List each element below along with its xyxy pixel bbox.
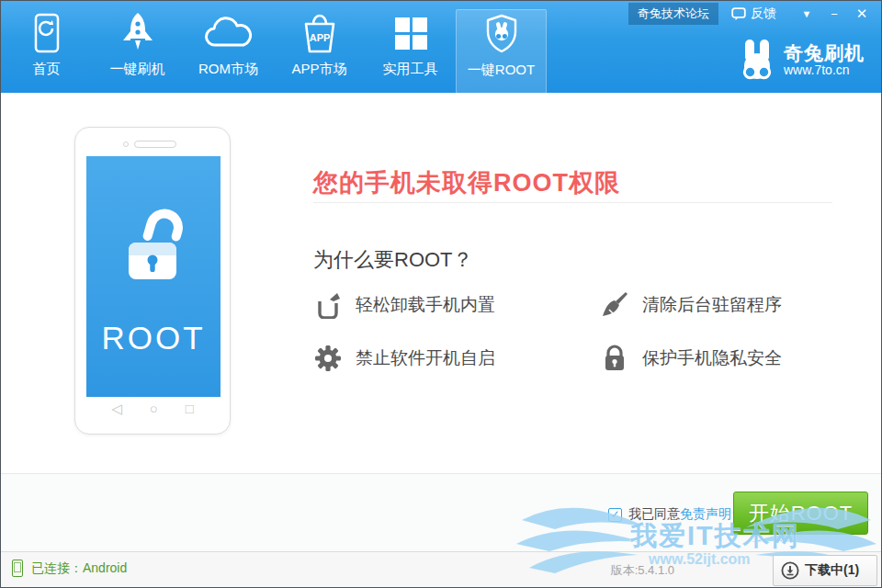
gear-icon — [313, 344, 343, 373]
forum-button[interactable]: 奇兔技术论坛 — [628, 3, 718, 25]
disclaimer-link[interactable]: 免责声明 — [680, 506, 731, 523]
uninstall-box-icon — [313, 290, 343, 320]
connection-text: 已连接：Android — [31, 560, 127, 577]
phone-camera-dot — [123, 141, 129, 147]
feature-clean: 清除后台驻留程序 — [600, 290, 837, 320]
unlocked-padlock-icon — [106, 202, 201, 303]
phone-screen-root-text: ROOT — [101, 320, 205, 356]
download-manager-button[interactable]: 下载中(1) — [773, 555, 877, 586]
nav-label: 一键刷机 — [110, 61, 165, 78]
header: 首页 一键刷机 — [1, 1, 881, 93]
why-root-heading: 为什么要ROOT？ — [313, 246, 473, 274]
feature-label: 保护手机隐私安全 — [642, 346, 782, 370]
phone-screen: ROOT — [86, 156, 220, 397]
nav-label: 实用工具 — [383, 61, 438, 78]
app-bag-text: APP — [309, 32, 330, 43]
cloud-icon — [203, 9, 254, 57]
connected-phone-icon — [12, 560, 23, 577]
app-window: 首页 一键刷机 — [0, 0, 882, 588]
download-label: 下载中(1) — [805, 562, 859, 579]
dropdown-caret-icon[interactable]: ▼ — [793, 8, 820, 19]
nav-item-flash[interactable]: 一键刷机 — [92, 9, 183, 94]
nav-item-tools[interactable]: 实用工具 — [365, 9, 456, 94]
brand-logo: 奇兔刷机 www.7to.cn — [738, 38, 865, 82]
agree-checkbox[interactable]: ✓ — [608, 508, 622, 522]
nav-label: 首页 — [33, 61, 61, 78]
brand-url: www.7to.cn — [784, 63, 865, 77]
nav-item-app-market[interactable]: APP APP市场 — [274, 9, 365, 94]
main-nav: 首页 一键刷机 — [1, 1, 547, 93]
feature-uninstall: 轻松卸载手机内置 — [313, 290, 550, 320]
version-label: 版本:5.4.1.0 — [611, 562, 674, 579]
feature-privacy: 保护手机隐私安全 — [600, 344, 837, 373]
feedback-button[interactable]: 反馈 — [731, 6, 776, 22]
feature-list: 轻松卸载手机内置 清除后台驻留程序 — [313, 290, 837, 373]
phone-back-icon: ◁ — [111, 401, 122, 417]
phone-recent-icon: □ — [186, 401, 194, 417]
nav-label: 一键ROOT — [468, 62, 535, 79]
minimize-button[interactable]: − — [820, 7, 848, 21]
titlebar-controls: 奇兔技术论坛 反馈 ▼ − ✕ — [628, 3, 876, 25]
start-root-button[interactable]: 开始ROOT — [733, 492, 868, 535]
speech-bubble-icon — [731, 7, 746, 21]
brand-name: 奇兔刷机 — [784, 42, 865, 63]
connection-status: 已连接：Android — [12, 560, 127, 577]
feature-label: 禁止软件开机自启 — [356, 346, 495, 370]
phone-illustration: ROOT ◁ ○ □ — [74, 127, 231, 435]
brush-icon — [600, 290, 629, 320]
phone-home-icon: ○ — [150, 401, 158, 417]
feature-label: 轻松卸载手机内置 — [356, 293, 495, 317]
close-button[interactable]: ✕ — [848, 6, 876, 22]
nav-item-home[interactable]: 首页 — [1, 9, 92, 94]
action-bar: ✓ 我已同意 免责声明 开始ROOT — [1, 473, 881, 551]
shield-rabbit-icon — [482, 10, 521, 58]
home-refresh-icon — [29, 9, 64, 57]
feedback-label: 反馈 — [751, 6, 776, 22]
tools-grid-icon — [392, 9, 429, 57]
feature-autostart: 禁止软件开机自启 — [313, 344, 550, 373]
agreement-row: ✓ 我已同意 免责声明 — [608, 506, 731, 523]
phone-speaker-slot — [134, 141, 176, 148]
nav-label: ROM市场 — [198, 61, 258, 78]
rocket-icon — [119, 9, 157, 57]
status-bar: 已连接：Android 版本:5.4.1.0 下载中(1) — [1, 551, 881, 587]
nav-label: APP市场 — [291, 61, 346, 78]
lock-icon — [600, 344, 629, 373]
page-title: 您的手机未取得ROOT权限 — [313, 166, 620, 199]
rabbit-logo-icon — [738, 38, 776, 82]
agree-label: 我已同意 — [628, 506, 680, 523]
download-icon — [781, 561, 799, 580]
phone-nav-bar: ◁ ○ □ — [75, 401, 230, 417]
title-divider — [313, 202, 832, 203]
nav-item-root[interactable]: 一键ROOT — [456, 9, 547, 94]
feature-label: 清除后台驻留程序 — [642, 293, 782, 317]
nav-item-rom-market[interactable]: ROM市场 — [183, 9, 274, 94]
app-bag-icon: APP — [299, 9, 341, 57]
